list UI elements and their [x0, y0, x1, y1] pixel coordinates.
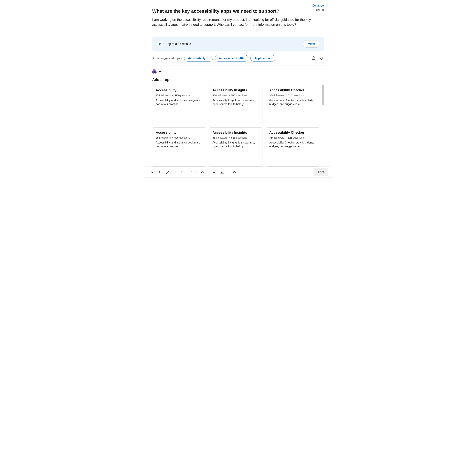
card-description: Accessibility and inclusive design are p…: [156, 141, 202, 148]
code-icon: [189, 170, 192, 174]
card-title: Accessibility Insights: [212, 131, 259, 135]
attach-dropdown-button[interactable]: [206, 169, 210, 175]
suggested-topics-label-wrap: AI-suggested topics: [152, 57, 182, 60]
topic-chip-accessible-shuttle[interactable]: Accessible Shuttle: [215, 55, 248, 61]
svg-point-15: [233, 171, 234, 172]
topic-chip-accessibility[interactable]: Accessibility +: [184, 55, 213, 61]
post-button[interactable]: Post: [314, 168, 328, 176]
question-body[interactable]: I am working on the accessibility requir…: [152, 17, 324, 27]
top-links: Collapse: [152, 4, 324, 8]
gif-button[interactable]: GIF: [219, 169, 226, 175]
suggested-topics-label: AI-suggested topics: [157, 57, 182, 60]
paperclip-icon: [201, 170, 204, 174]
card-description: Accessibility Insights is a new, free, o…: [212, 141, 259, 148]
card-title: Accessibility Checker: [269, 131, 316, 135]
bullet-list-icon: [173, 170, 177, 174]
lightbulb-icon: [156, 41, 163, 47]
svg-point-1: [174, 171, 174, 171]
topic-card[interactable]: Accessibility 354 followers • 525 questi…: [152, 127, 206, 166]
thumbs-up-icon: [312, 56, 315, 60]
collapse-link[interactable]: Collapse: [312, 4, 324, 8]
chip-label: Accessible Shuttle: [219, 57, 245, 60]
italic-button[interactable]: [156, 169, 163, 175]
related-results-banner: Top related results View: [152, 37, 324, 51]
people-add-icon: [233, 170, 236, 174]
card-meta: 354 followers • 525 questions: [212, 94, 259, 97]
topic-card[interactable]: Accessibility Insights 354 followers • 5…: [209, 85, 262, 124]
card-title: Accessibility: [156, 88, 202, 92]
card-meta: 354 followers • 525 questions: [269, 136, 316, 139]
card-meta: 354 followers • 525 questions: [156, 136, 202, 139]
image-icon: [213, 170, 216, 174]
topic-icon: [152, 69, 156, 74]
suggested-topics-row: AI-suggested topics Accessibility + Acce…: [152, 55, 324, 61]
italic-icon: [158, 170, 161, 174]
svg-point-16: [234, 171, 235, 172]
card-description: Accessibility Insights is a new, free, o…: [212, 98, 259, 106]
topic-search-input[interactable]: Acc: [159, 70, 164, 73]
char-counter: 56/150: [314, 8, 324, 12]
plus-icon: +: [207, 57, 209, 60]
topic-input-row[interactable]: Acc: [152, 69, 324, 74]
attach-button[interactable]: [199, 169, 206, 175]
topic-cards-container: Accessibility 354 followers • 525 questi…: [152, 85, 324, 166]
toolbar-separator: [228, 170, 228, 174]
scrollbar-thumb[interactable]: [322, 85, 324, 105]
topic-chip-applications[interactable]: Applications: [250, 55, 275, 61]
section-divider: [145, 66, 331, 66]
card-title: Accessibility: [156, 131, 202, 135]
card-description: Accessibility Checker provides alerts, n…: [269, 98, 316, 106]
numbered-list-button[interactable]: 123: [179, 169, 186, 175]
card-meta: 354 followers • 525 questions: [156, 94, 202, 97]
bullet-list-button[interactable]: [171, 169, 178, 175]
attach-group: [199, 169, 210, 175]
card-meta: 354 followers • 525 questions: [212, 136, 259, 139]
sparkle-icon: [152, 57, 156, 60]
feedback-buttons: [311, 56, 324, 61]
card-title: Accessibility Checker: [269, 88, 316, 92]
card-meta: 354 followers • 525 questions: [269, 94, 316, 97]
thumbs-down-button[interactable]: [319, 56, 324, 61]
thumbs-up-button[interactable]: [311, 56, 316, 61]
thumbs-down-icon: [320, 56, 323, 60]
format-toolbar: 123 GIF Post: [145, 166, 331, 178]
chip-label: Applications: [254, 57, 272, 60]
card-description: Accessibility and inclusive design are p…: [156, 98, 202, 106]
numbered-list-icon: 123: [181, 170, 185, 174]
card-title: Accessibility Insights: [212, 88, 259, 92]
bold-icon: [150, 170, 153, 174]
topic-card[interactable]: Accessibility 354 followers • 525 questi…: [152, 85, 206, 124]
question-title[interactable]: What are the key accessibility apps we n…: [152, 8, 314, 14]
add-topic-heading: Add a topic: [152, 78, 324, 82]
svg-rect-0: [159, 45, 160, 45]
content-area: Collapse What are the key accessibility …: [145, 0, 331, 166]
image-button[interactable]: [211, 169, 218, 175]
gif-icon: GIF: [220, 171, 224, 174]
title-row: What are the key accessibility apps we n…: [152, 8, 324, 14]
svg-text:3: 3: [181, 173, 182, 174]
chevron-down-icon: [207, 171, 209, 173]
topic-card[interactable]: Accessibility Insights 354 followers • 5…: [209, 127, 262, 166]
compose-dialog: Collapse What are the key accessibility …: [145, 0, 331, 178]
related-results-label: Top related results: [166, 42, 300, 46]
chip-label: Accessibility: [188, 57, 206, 60]
topic-card[interactable]: Accessibility Checker 354 followers • 52…: [266, 127, 320, 166]
bold-button[interactable]: [148, 169, 155, 175]
svg-point-3: [174, 173, 174, 173]
link-button[interactable]: [164, 169, 171, 175]
svg-rect-13: [213, 171, 216, 173]
svg-point-2: [174, 172, 174, 172]
topic-card[interactable]: Accessibility Checker 354 followers • 52…: [266, 85, 320, 124]
link-icon: [165, 170, 169, 174]
view-button[interactable]: View: [303, 40, 320, 48]
code-button[interactable]: [187, 169, 194, 175]
mention-people-button[interactable]: [231, 169, 238, 175]
card-description: Accessibility Checker provides alerts, n…: [269, 141, 316, 148]
scrollbar-track[interactable]: [322, 85, 324, 143]
